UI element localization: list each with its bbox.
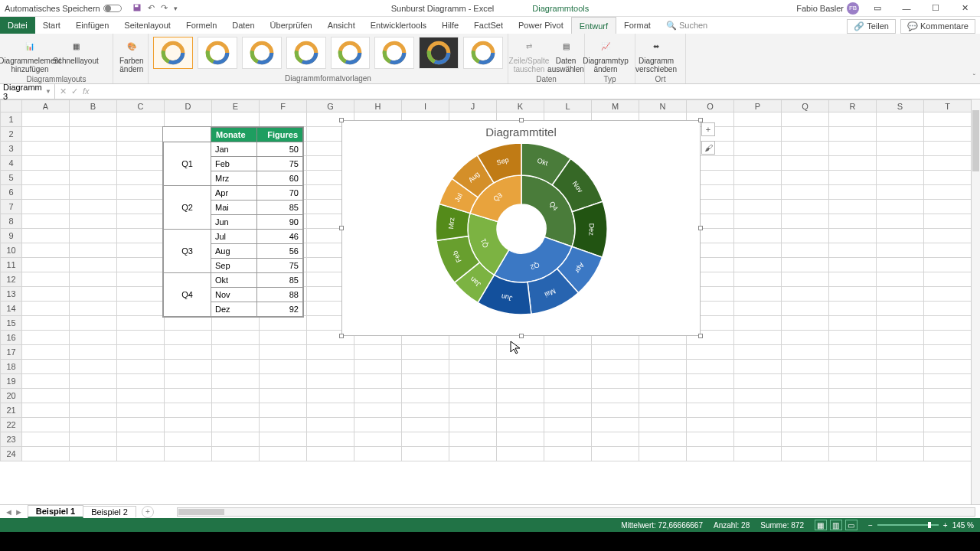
cell[interactable] [449,432,497,447]
chart-style-thumb[interactable] [242,37,282,69]
cell[interactable] [165,345,212,360]
comments-button[interactable]: 💬 Kommentare [900,19,975,34]
chart-style-thumb[interactable] [153,37,193,69]
cell[interactable] [354,374,402,389]
cell[interactable] [829,345,877,360]
row-header[interactable]: 2 [1,127,22,142]
cell[interactable] [782,200,829,214]
cell[interactable] [877,142,924,156]
column-header[interactable]: C [117,100,165,112]
zoom-slider[interactable]: −+145 % [868,521,974,530]
cell[interactable] [212,360,260,374]
value-cell[interactable]: 92 [257,302,303,317]
tab-formulas[interactable]: Formeln [178,17,224,34]
cell[interactable] [734,360,782,374]
value-cell[interactable]: 75 [257,259,303,273]
cell[interactable] [117,287,165,302]
cell[interactable] [782,432,829,447]
cell[interactable] [117,112,165,127]
tab-insert[interactable]: Einfügen [68,17,116,34]
cell[interactable] [829,418,877,432]
cell[interactable] [924,389,972,403]
cell[interactable] [354,345,402,360]
cell[interactable] [70,127,117,142]
cell[interactable] [212,447,260,461]
cell[interactable] [22,258,70,272]
cell[interactable] [734,287,782,302]
column-header[interactable]: R [829,100,877,112]
chart-style-thumb[interactable] [463,37,503,69]
cell[interactable] [877,200,924,214]
row-header[interactable]: 22 [1,418,22,432]
cell[interactable] [212,418,260,432]
cell[interactable] [782,374,829,389]
cell[interactable] [497,389,544,403]
tab-factset[interactable]: FactSet [466,17,511,34]
cell[interactable] [829,185,877,200]
month-cell[interactable]: Jul [211,230,257,244]
cell[interactable] [782,345,829,360]
column-header[interactable]: B [70,100,117,112]
column-header[interactable]: P [734,100,782,112]
cell[interactable] [592,432,639,447]
cell[interactable] [924,258,972,272]
cell[interactable] [402,360,449,374]
chart-styles-icon[interactable]: 🖌 [701,141,715,155]
cell[interactable] [829,171,877,185]
enter-icon[interactable]: ✓ [71,86,78,96]
row-header[interactable]: 24 [1,447,22,461]
cell[interactable] [877,418,924,432]
sheet-nav-next-icon[interactable]: ► [15,507,23,517]
column-header[interactable]: T [924,100,972,112]
cell[interactable] [877,345,924,360]
cell[interactable] [782,331,829,345]
cell[interactable] [117,345,165,360]
cell[interactable] [924,127,972,142]
cell[interactable] [687,389,734,403]
cell[interactable] [212,331,260,345]
value-cell[interactable]: 56 [257,244,303,259]
cell[interactable] [307,389,354,403]
cell[interactable] [877,272,924,287]
cell[interactable] [354,360,402,374]
cell[interactable] [354,403,402,418]
cell[interactable] [877,156,924,171]
cell[interactable] [117,214,165,229]
cell[interactable] [829,200,877,214]
cell[interactable] [70,214,117,229]
cell[interactable] [924,243,972,258]
cell[interactable] [877,432,924,447]
cell[interactable] [70,360,117,374]
ribbon-display-icon[interactable]: ▭ [867,2,888,15]
cell[interactable] [924,214,972,229]
cell[interactable] [22,389,70,403]
cell[interactable] [165,360,212,374]
sheet-tab-2[interactable]: Beispiel 2 [83,506,136,517]
cell[interactable] [402,432,449,447]
cell[interactable] [592,418,639,432]
cell[interactable] [307,403,354,418]
cell[interactable] [829,214,877,229]
resize-handle[interactable] [698,226,703,230]
row-header[interactable]: 9 [1,229,22,243]
value-cell[interactable]: 90 [257,215,303,230]
cell[interactable] [22,127,70,142]
column-header[interactable]: O [687,100,734,112]
cell[interactable] [877,214,924,229]
cell[interactable] [829,258,877,272]
add-sheet-button[interactable]: + [142,506,154,518]
page-layout-view-icon[interactable]: ▥ [830,520,842,530]
row-header[interactable]: 15 [1,316,22,331]
cell[interactable] [782,389,829,403]
row-header[interactable]: 6 [1,185,22,200]
cell[interactable] [117,403,165,418]
cell[interactable] [260,331,307,345]
cell[interactable] [117,243,165,258]
sunburst-chart[interactable]: Q4OktNovDezQ2AprMaiJunQ1JanFebMrzQ3JulAu… [426,139,617,322]
column-header[interactable]: N [639,100,687,112]
cell[interactable] [70,389,117,403]
cell[interactable] [22,403,70,418]
cell[interactable] [70,185,117,200]
tab-help[interactable]: Hilfe [434,17,466,34]
value-cell[interactable]: 70 [257,186,303,201]
